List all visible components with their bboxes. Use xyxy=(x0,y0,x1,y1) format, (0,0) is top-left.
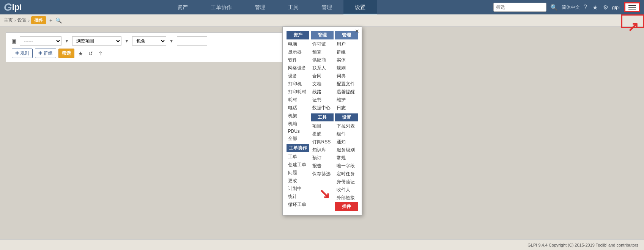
add-group-button[interactable]: ✚ 群组 xyxy=(35,49,56,58)
modal-header-assets[interactable]: 资产 xyxy=(287,31,309,39)
modal-item-auth[interactable]: 身份验证 xyxy=(335,178,358,186)
nav-administration[interactable]: 管理 xyxy=(310,0,343,14)
modal-item-consumable[interactable]: 耗材 xyxy=(287,96,309,104)
nav-tickets[interactable]: 工单协作 xyxy=(199,0,243,14)
language-selector[interactable]: 简体中文 xyxy=(562,4,580,11)
modal-item-datacenter[interactable]: 数据中心 xyxy=(311,104,334,112)
modal-item-budget[interactable]: 预算 xyxy=(311,48,334,56)
modal-item-cron[interactable]: 定时任务 xyxy=(335,170,358,178)
main-navigation: 资产 工单协作 管理 工具 管理 设置 xyxy=(52,0,490,14)
modal-item-dropdown[interactable]: 下拉列表 xyxy=(335,122,358,130)
modal-item-cartridge[interactable]: 打印耗材 xyxy=(287,88,309,96)
search-breadcrumb-icon[interactable]: 🔍 xyxy=(55,17,62,24)
navigation-modal: ✕ 资产 电脑 显示器 软件 网络设备 设备 打印机 打印耗材 耗材 电话 机架… xyxy=(282,27,362,215)
modal-item-rack[interactable]: 机架 xyxy=(287,112,309,120)
modal-item-monitor[interactable]: 显示器 xyxy=(287,48,309,56)
modal-header-settings[interactable]: 设置 xyxy=(335,113,358,121)
search-input[interactable] xyxy=(493,3,546,12)
modal-item-notification[interactable]: 通知 xyxy=(335,138,358,146)
search-button[interactable]: 🔍 xyxy=(549,3,559,12)
modal-item-log[interactable]: 日志 xyxy=(335,104,358,112)
logo-area: G lpi xyxy=(4,1,49,13)
modal-header-manage[interactable]: 管理 xyxy=(311,31,334,39)
modal-item-contact[interactable]: 联系人 xyxy=(311,64,334,72)
add-breadcrumb-icon[interactable]: + xyxy=(49,17,52,24)
hamburger-menu-button[interactable] xyxy=(624,2,640,12)
modal-item-project[interactable]: 项目 xyxy=(311,122,334,130)
modal-item-problem[interactable]: 问题 xyxy=(287,169,309,177)
modal-item-knowledge[interactable]: 知识库 xyxy=(311,146,334,154)
modal-item-change[interactable]: 更改 xyxy=(287,177,309,185)
nav-manage[interactable]: 管理 xyxy=(243,0,277,14)
modal-item-report[interactable]: 报告 xyxy=(311,162,334,170)
modal-header-tickets[interactable]: 工单协作 xyxy=(287,144,309,152)
modal-item-phone[interactable]: 电话 xyxy=(287,104,309,112)
modal-item-warmreminder[interactable]: 温馨提醒 xyxy=(335,88,358,96)
modal-item-maintenance[interactable]: 维护 xyxy=(335,96,358,104)
modal-item-rule[interactable]: 规则 xyxy=(335,64,358,72)
config-icon[interactable]: ⚙ xyxy=(601,3,610,12)
breadcrumb-plugin: 插件 xyxy=(31,16,46,24)
modal-item-software[interactable]: 软件 xyxy=(287,56,309,64)
collapse-icon[interactable]: ▣ xyxy=(12,38,17,44)
bookmark-icon[interactable]: ★ xyxy=(591,3,599,12)
modal-item-supplier[interactable]: 供应商 xyxy=(311,56,334,64)
modal-item-network[interactable]: 网络设备 xyxy=(287,64,309,72)
filter-button[interactable]: 筛选 xyxy=(58,49,74,58)
expand-filter-icon[interactable]: ⇑ xyxy=(97,50,104,57)
modal-item-component[interactable]: 组件 xyxy=(335,130,358,138)
help-icon[interactable]: ? xyxy=(582,3,589,11)
breadcrumb-sep-2: › xyxy=(28,18,30,23)
modal-item-line[interactable]: 线路 xyxy=(311,88,334,96)
modal-item-plugin[interactable]: 插件 xyxy=(335,202,358,211)
hamburger-line-2 xyxy=(628,7,636,8)
modal-item-all[interactable]: 全部 xyxy=(287,135,309,143)
modal-item-rss[interactable]: 订阅RSS xyxy=(311,138,334,146)
modal-item-contract[interactable]: 合同 xyxy=(311,72,334,80)
breadcrumb-settings[interactable]: 设置 xyxy=(17,17,27,24)
modal-item-group[interactable]: 群组 xyxy=(335,48,358,56)
modal-item-certificate[interactable]: 证书 xyxy=(311,96,334,104)
user-name[interactable]: glpi xyxy=(612,5,620,10)
modal-col-admin: 管理 用户 群组 实体 规则 词典 配置文件 温馨提醒 维护 日志 设置 下拉列… xyxy=(335,31,358,211)
nav-tools[interactable]: 工具 xyxy=(277,0,310,14)
undo-filter-icon[interactable]: ↺ xyxy=(87,50,94,57)
modal-item-device[interactable]: 设备 xyxy=(287,72,309,80)
filter-contains-select[interactable]: 包含 xyxy=(132,36,166,46)
modal-item-recurring[interactable]: 循环工单 xyxy=(287,201,309,209)
modal-item-document[interactable]: 文档 xyxy=(311,80,334,88)
modal-item-user[interactable]: 用户 xyxy=(335,40,358,48)
modal-item-reminder[interactable]: 提醒 xyxy=(311,130,334,138)
add-rule-button[interactable]: ✚ 规则 xyxy=(12,49,33,58)
modal-item-computer[interactable]: 电脑 xyxy=(287,40,309,48)
modal-item-receiver[interactable]: 收件人 xyxy=(335,186,358,194)
star-filter-icon[interactable]: ★ xyxy=(77,50,85,57)
modal-item-stats[interactable]: 统计 xyxy=(287,193,309,201)
modal-item-planning[interactable]: 计划中 xyxy=(287,185,309,193)
nav-assets[interactable]: 资产 xyxy=(166,0,199,14)
modal-item-pdus[interactable]: PDUs xyxy=(287,128,309,135)
filter-col-select[interactable]: ------ xyxy=(20,36,61,46)
modal-columns: 资产 电脑 显示器 软件 网络设备 设备 打印机 打印耗材 耗材 电话 机架 机… xyxy=(287,31,358,211)
modal-item-sla[interactable]: 服务级别 xyxy=(335,146,358,154)
modal-header-tools[interactable]: 工具 xyxy=(311,113,334,121)
modal-item-save-filter[interactable]: 保存筛选 xyxy=(311,170,334,178)
modal-item-dictionary[interactable]: 词典 xyxy=(335,72,358,80)
modal-item-enclosure[interactable]: 机箱 xyxy=(287,120,309,128)
modal-item-external-link[interactable]: 外部链接 xyxy=(335,194,358,202)
modal-item-entity[interactable]: 实体 xyxy=(335,56,358,64)
filter-browse-select[interactable]: 浏览项目 xyxy=(72,36,121,46)
modal-item-license[interactable]: 许可证 xyxy=(311,40,334,48)
modal-close-button[interactable]: ✕ xyxy=(355,28,359,34)
modal-item-general[interactable]: 常规 xyxy=(335,154,358,162)
breadcrumb-home[interactable]: 主页 xyxy=(4,17,13,24)
modal-header-admin[interactable]: 管理 xyxy=(335,31,358,39)
modal-item-reservation[interactable]: 预订 xyxy=(311,154,334,162)
nav-settings[interactable]: 设置 xyxy=(343,0,377,14)
modal-item-create-ticket[interactable]: 创建工单 xyxy=(287,161,309,169)
filter-value-input[interactable] xyxy=(177,36,207,46)
modal-item-profile[interactable]: 配置文件 xyxy=(335,80,358,88)
modal-item-unique-field[interactable]: 唯一字段 xyxy=(335,162,358,170)
modal-item-ticket[interactable]: 工单 xyxy=(287,153,309,161)
modal-item-printer[interactable]: 打印机 xyxy=(287,80,309,88)
